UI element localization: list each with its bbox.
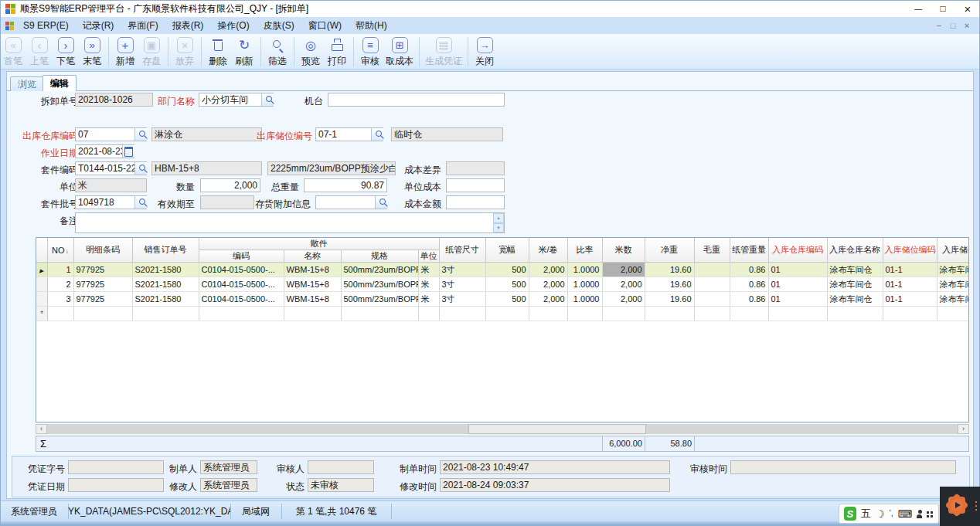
col-ratio[interactable]: 比率: [567, 238, 602, 263]
cell-meters-per-roll[interactable]: 2,000: [529, 292, 567, 307]
toolbar-discard-button[interactable]: 放弃: [174, 37, 196, 68]
cell-spec[interactable]: 500mm/23um/BOPP...: [341, 263, 418, 277]
toolbar-close-button[interactable]: 关闭: [474, 37, 495, 68]
col-meters[interactable]: 米数: [602, 238, 645, 263]
cell-gross-weight[interactable]: [694, 263, 730, 277]
cell-unit[interactable]: 米: [418, 263, 439, 277]
cell-width[interactable]: 500: [485, 292, 529, 307]
cell-sales-order[interactable]: S2021-1580: [132, 277, 199, 292]
cell-code[interactable]: C0104-015-0500-...: [199, 277, 284, 292]
toolbar-next-button[interactable]: 下笔: [55, 37, 77, 68]
cell-gross-weight[interactable]: [694, 292, 730, 307]
sogou-logo-icon[interactable]: S: [844, 507, 856, 521]
scrollbar-thumb[interactable]: [468, 424, 646, 434]
cell-spec[interactable]: 500mm/23um/BOPP...: [341, 292, 418, 307]
cell-in-location-name[interactable]: 涂布车间仓: [937, 263, 969, 277]
cell-code[interactable]: C0104-015-0500-...: [199, 292, 284, 307]
col-gross-weight[interactable]: 毛重: [694, 238, 730, 263]
keyboard-icon[interactable]: ⌨: [898, 509, 913, 519]
app-overlay-tile[interactable]: [940, 487, 980, 526]
cell-tube-weight[interactable]: 0.86: [730, 263, 768, 277]
toolbar-preview-button[interactable]: 预览: [300, 37, 322, 68]
menu-skin[interactable]: 皮肤(S): [257, 17, 301, 34]
dept-lookup-button[interactable]: [261, 93, 274, 106]
cell-barcode[interactable]: 977925: [73, 263, 132, 277]
cell-meters-per-roll[interactable]: 2,000: [529, 277, 567, 292]
machine-field[interactable]: [328, 93, 505, 107]
cell-code[interactable]: C0104-015-0500-...: [199, 263, 284, 277]
cell-tube-size[interactable]: 3寸: [439, 292, 485, 307]
cell-tube-weight[interactable]: 0.86: [730, 277, 768, 292]
cell-barcode[interactable]: 977925: [73, 292, 132, 307]
cell-name[interactable]: WBM-15+8: [284, 263, 341, 277]
cell-name[interactable]: WBM-15+8: [284, 292, 341, 307]
mdi-minimize-button[interactable]: –: [932, 21, 946, 30]
col-in-warehouse-code[interactable]: 入库仓库编码: [768, 238, 827, 263]
cell-ratio[interactable]: 1.0000: [567, 277, 602, 292]
ime-mode-wubi[interactable]: 五: [861, 507, 871, 521]
scroll-up-icon[interactable]: ▲: [493, 213, 504, 223]
toolbar-print-button[interactable]: 打印: [326, 37, 348, 68]
cell-width[interactable]: 500: [485, 263, 529, 277]
unit-cost-field[interactable]: [446, 178, 505, 192]
col-net-weight[interactable]: 净重: [645, 238, 694, 263]
cell-in-location-name[interactable]: 涂布车间仓: [937, 277, 969, 292]
menu-help[interactable]: 帮助(H): [349, 17, 394, 34]
mdi-restore-button[interactable]: □: [946, 21, 960, 30]
moon-icon[interactable]: ☽: [876, 509, 885, 519]
col-meters-per-roll[interactable]: 米/卷: [529, 238, 567, 263]
cell-in-location-code[interactable]: 01-1: [883, 277, 937, 292]
cell-in-location-name[interactable]: 涂布车间仓: [937, 292, 969, 307]
toolbar-prev-button[interactable]: 上笔: [29, 37, 50, 68]
horizontal-scrollbar[interactable]: ‹ ›: [36, 424, 969, 434]
tab-edit[interactable]: 编辑: [43, 75, 77, 91]
cell-tube-size[interactable]: 3寸: [439, 277, 485, 292]
cell-meters[interactable]: 2,000: [602, 277, 645, 292]
user-icon[interactable]: [917, 514, 922, 518]
toolbar-first-button[interactable]: 首笔: [2, 37, 24, 68]
toolbar-delete-button[interactable]: 删除: [207, 37, 229, 68]
cell-in-warehouse-code[interactable]: 01: [768, 277, 827, 292]
out-location-lookup-button[interactable]: [371, 128, 383, 141]
cell-in-location-code[interactable]: 01-1: [883, 263, 937, 277]
cell-spec[interactable]: 500mm/23um/BOPP...: [341, 277, 418, 292]
cell-in-warehouse-code[interactable]: 01: [768, 263, 827, 277]
out-warehouse-lookup-button[interactable]: [134, 128, 147, 141]
remark-field[interactable]: [75, 212, 505, 233]
cell-no[interactable]: 1: [47, 263, 73, 277]
toolbar-save-button[interactable]: 存盘: [141, 37, 162, 68]
cell-in-location-code[interactable]: 01-1: [883, 292, 937, 307]
cell-meters-focused[interactable]: 2,000: [602, 263, 645, 277]
scroll-down-icon[interactable]: ▼: [493, 223, 504, 233]
cell-meters-per-roll[interactable]: 2,000: [529, 263, 567, 277]
col-in-location-code[interactable]: 入库储位编码: [883, 238, 937, 263]
toolbar-refresh-button[interactable]: 刷新: [233, 37, 255, 68]
col-part-spec[interactable]: 规格: [341, 250, 418, 263]
col-no[interactable]: NO: [47, 238, 73, 263]
cell-unit[interactable]: 米: [418, 277, 439, 292]
minimize-button[interactable]: [906, 0, 931, 17]
cell-barcode[interactable]: 977925: [73, 277, 132, 292]
menu-report[interactable]: 报表(R): [165, 17, 211, 34]
col-tube-size[interactable]: 纸管尺寸: [439, 238, 485, 263]
stock-extra-lookup-button[interactable]: [375, 196, 387, 209]
cell-ratio[interactable]: 1.0000: [567, 263, 602, 277]
qty-field[interactable]: 2,000: [200, 178, 260, 192]
cell-width[interactable]: 500: [485, 277, 529, 292]
toolbar-voucher-button[interactable]: 生成凭证: [425, 37, 462, 68]
col-tube-weight[interactable]: 纸管重量: [730, 238, 768, 263]
toolbar-getcost-button[interactable]: 取成本: [386, 37, 413, 68]
cell-no[interactable]: 3: [47, 292, 73, 307]
menu-operation[interactable]: 操作(O): [210, 17, 256, 34]
cell-name[interactable]: WBM-15+8: [284, 277, 341, 292]
remark-scroll[interactable]: ▲ ▼: [493, 213, 504, 232]
restore-button[interactable]: [931, 0, 955, 17]
cell-tube-size[interactable]: 3寸: [439, 263, 485, 277]
menu-window[interactable]: 窗口(W): [301, 17, 349, 34]
menu-interface[interactable]: 界面(F): [121, 17, 165, 34]
cell-net-weight[interactable]: 19.60: [645, 263, 694, 277]
kit-batch-lookup-button[interactable]: [134, 196, 147, 209]
col-part-unit[interactable]: 单位: [418, 250, 439, 263]
toolbar-last-button[interactable]: 末笔: [81, 37, 103, 68]
cell-net-weight[interactable]: 19.60: [645, 292, 694, 307]
